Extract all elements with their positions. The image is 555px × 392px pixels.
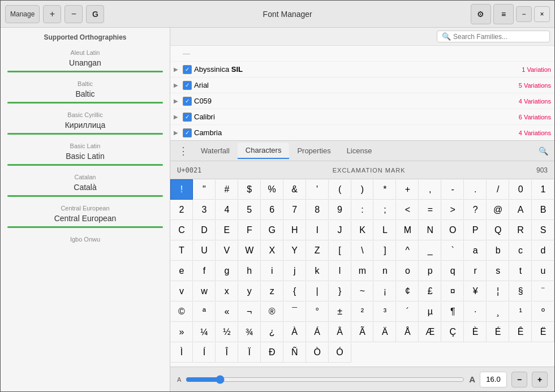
char-cell[interactable]: ½	[216, 322, 238, 342]
char-cell[interactable]: Ë	[532, 322, 554, 342]
char-cell[interactable]: j	[283, 261, 306, 281]
char-cell[interactable]: Ä	[373, 322, 396, 342]
checkbox-c059[interactable]	[183, 97, 194, 106]
char-cell[interactable]: +	[396, 179, 419, 200]
char-cell[interactable]: {	[283, 281, 306, 301]
checkbox-cambria[interactable]	[183, 128, 194, 137]
char-cell[interactable]: N	[419, 220, 441, 240]
char-cell[interactable]: T	[170, 240, 193, 261]
char-cell[interactable]: [	[329, 240, 351, 261]
char-cell[interactable]: A	[509, 200, 532, 220]
char-cell[interactable]: °	[306, 301, 329, 322]
char-cell[interactable]: x	[216, 281, 238, 301]
char-cell[interactable]: Ð	[261, 342, 283, 363]
char-cell[interactable]: ±	[329, 301, 351, 322]
char-cell[interactable]: ¸	[487, 301, 509, 322]
char-cell[interactable]: s	[487, 261, 509, 281]
tab-license[interactable]: License	[339, 143, 380, 158]
char-cell[interactable]: <	[396, 200, 419, 220]
char-cell[interactable]: \	[351, 240, 374, 261]
font-row-abyssinica[interactable]: ▶ Abyssinica SIL 1 Variation	[170, 62, 554, 77]
char-cell[interactable]: Z	[306, 240, 329, 261]
char-cell[interactable]: ^	[396, 240, 419, 261]
char-cell[interactable]: c	[509, 240, 532, 261]
char-cell[interactable]: ;	[373, 200, 396, 220]
char-cell[interactable]: :	[351, 200, 374, 220]
char-cell[interactable]: /	[487, 179, 509, 200]
char-cell[interactable]: Î	[216, 342, 238, 363]
char-cell[interactable]: 2	[170, 200, 193, 220]
char-cell[interactable]: f	[193, 261, 216, 281]
size-slider[interactable]	[186, 375, 464, 384]
char-cell[interactable]: 7	[283, 200, 306, 220]
char-cell[interactable]: »	[170, 322, 193, 342]
char-cell[interactable]: (	[329, 179, 351, 200]
char-cell[interactable]: ³	[373, 301, 396, 322]
size-value-input[interactable]	[480, 372, 507, 387]
char-cell[interactable]: @	[487, 200, 509, 220]
char-cell[interactable]: w	[193, 281, 216, 301]
char-cell[interactable]: n	[373, 261, 396, 281]
char-cell[interactable]: _	[419, 240, 441, 261]
char-cell[interactable]: Í	[193, 342, 216, 363]
char-cell[interactable]: }	[329, 281, 351, 301]
checkbox-abyssinica[interactable]	[183, 65, 194, 74]
font-row-arial[interactable]: ▶ Arial 5 Variations	[170, 77, 554, 93]
char-cell[interactable]: R	[509, 220, 532, 240]
char-cell[interactable]: o	[396, 261, 419, 281]
char-cell[interactable]: C	[170, 220, 193, 240]
char-cell[interactable]: Ê	[509, 322, 532, 342]
char-cell[interactable]: É	[487, 322, 509, 342]
char-cell[interactable]: Y	[283, 240, 306, 261]
char-cell[interactable]: ~	[351, 281, 374, 301]
char-cell[interactable]: k	[306, 261, 329, 281]
char-cell[interactable]: ¼	[193, 322, 216, 342]
char-cell[interactable]: &	[283, 179, 306, 200]
char-cell[interactable]: 1	[532, 179, 554, 200]
char-cell[interactable]: I	[306, 220, 329, 240]
char-cell[interactable]: ¡	[373, 281, 396, 301]
char-cell[interactable]: ¾	[238, 322, 261, 342]
char-cell[interactable]: G	[261, 220, 283, 240]
char-cell[interactable]: b	[487, 240, 509, 261]
char-cell[interactable]: Å	[396, 322, 419, 342]
char-cell[interactable]: V	[216, 240, 238, 261]
char-cell[interactable]: Ñ	[283, 342, 306, 363]
char-cell[interactable]: Ï	[238, 342, 261, 363]
char-cell[interactable]: 6	[261, 200, 283, 220]
tab-waterfall[interactable]: Waterfall	[193, 143, 238, 158]
char-cell[interactable]: E	[216, 220, 238, 240]
char-cell[interactable]: 0	[509, 179, 532, 200]
size-increase-button[interactable]: +	[532, 372, 548, 387]
char-cell[interactable]: ®	[261, 301, 283, 322]
char-cell[interactable]: Ã	[351, 322, 374, 342]
checkbox-calibri[interactable]	[183, 113, 194, 122]
checkbox-arial[interactable]	[183, 81, 194, 90]
char-cell[interactable]: ¹	[509, 301, 532, 322]
tab-characters[interactable]: Characters	[238, 143, 290, 159]
char-cell[interactable]: %	[261, 179, 283, 200]
char-cell[interactable]: ,	[419, 179, 441, 200]
char-cell[interactable]: )	[351, 179, 374, 200]
char-cell[interactable]: £	[419, 281, 441, 301]
char-cell[interactable]: =	[419, 200, 441, 220]
g-button[interactable]: G	[86, 5, 104, 23]
preferences-button[interactable]: ⚙	[471, 4, 491, 24]
char-cell[interactable]: -	[441, 179, 464, 200]
char-cell[interactable]: µ	[419, 301, 441, 322]
menu-button[interactable]: ≡	[493, 4, 514, 24]
char-cell[interactable]: º	[532, 301, 554, 322]
char-cell[interactable]: Á	[306, 322, 329, 342]
font-row-dash[interactable]: —	[170, 46, 554, 62]
char-cell[interactable]: h	[238, 261, 261, 281]
char-cell[interactable]: À	[283, 322, 306, 342]
char-cell[interactable]: L	[373, 220, 396, 240]
char-cell[interactable]: `	[441, 240, 464, 261]
remove-button[interactable]: −	[64, 5, 83, 23]
char-cell[interactable]: u	[532, 261, 554, 281]
add-button[interactable]: +	[43, 5, 61, 23]
char-cell[interactable]: 3	[193, 200, 216, 220]
char-cell[interactable]: g	[216, 261, 238, 281]
search-box[interactable]: 🔍	[437, 31, 550, 42]
char-cell[interactable]: ©	[170, 301, 193, 322]
